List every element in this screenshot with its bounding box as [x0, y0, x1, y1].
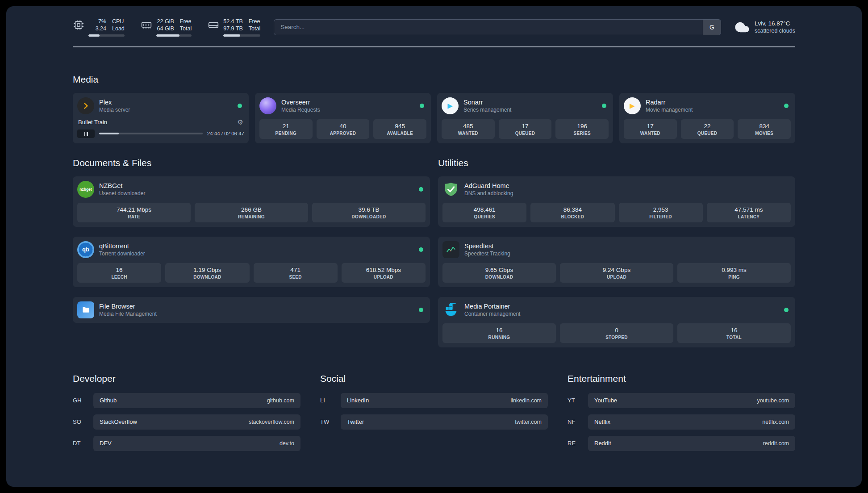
service-desc: Media server [99, 107, 130, 113]
status-dot [420, 104, 424, 108]
nzbget-icon-text: nzbget [79, 187, 92, 192]
bookmark-url: github.com [267, 397, 294, 404]
stat-box: 86,384 BLOCKED [530, 203, 614, 222]
nzbget-card[interactable]: nzbget NZBGet Usenet downloader 744.21 M… [73, 176, 430, 227]
stat-box: 744.21 Mbps RATE [77, 203, 191, 222]
service-desc: Media File Management [99, 311, 157, 317]
status-dot [419, 247, 423, 252]
status-dot [419, 187, 423, 192]
bookmark-stackoverflow[interactable]: SO StackOverflow stackoverflow.com [73, 414, 300, 430]
section-heading-entertainment: Entertainment [568, 373, 795, 384]
bookmark-url: stackoverflow.com [249, 419, 294, 425]
stat-box: 9.24 Gbps UPLOAD [560, 263, 673, 283]
search-provider-button[interactable]: G [703, 20, 721, 35]
memory-widget: 22 GiB 64 GiB Free Total [141, 18, 192, 37]
search-input[interactable] [274, 20, 703, 35]
dashboard-content: 7% 3.24 CPU Load [73, 6, 795, 469]
status-dot [602, 104, 606, 108]
bookmark-reddit[interactable]: RE Reddit reddit.com [568, 436, 795, 451]
service-desc: Speedtest Tracking [464, 251, 510, 257]
stat-box: 16 TOTAL [677, 323, 791, 343]
section-heading-documents: Documents & Files [73, 158, 430, 168]
bookmark-name: StackOverflow [100, 418, 137, 425]
stat-label: UPLOAD [343, 275, 424, 280]
pause-button[interactable] [77, 130, 95, 138]
plex-card[interactable]: Plex Media server Bullet Train [73, 93, 249, 143]
bookmark-linkedin[interactable]: LI LinkedIn linkedin.com [320, 393, 548, 408]
stat-box: 47.571 ms LATENCY [707, 203, 791, 222]
bookmark-url: dev.to [280, 440, 294, 447]
portainer-card[interactable]: Media Portainer Container management 16 … [438, 297, 795, 347]
stat-label: BLOCKED [532, 214, 613, 219]
bookmark-netflix[interactable]: NF Netflix netflix.com [568, 414, 795, 430]
bookmark-name: DEV [100, 440, 112, 447]
qbittorrent-icon: qb [77, 241, 94, 258]
stat-label: QUEUED [501, 131, 550, 136]
memory-free-value: 22 GiB [157, 18, 174, 25]
disk-icon [208, 19, 219, 31]
overseerr-card[interactable]: Overseerr Media Requests 21 PENDING 40 A… [255, 93, 431, 143]
bookmark-url: netflix.com [762, 419, 789, 425]
bookmark-name: Twitter [347, 418, 364, 425]
resource-widgets: 7% 3.24 CPU Load [73, 18, 260, 37]
radarr-card[interactable]: Radarr Movie management 17 WANTED 22 QUE… [619, 93, 795, 143]
radarr-icon [624, 97, 641, 114]
stat-label: STOPPED [562, 335, 672, 340]
bookmark-abbr: DT [73, 440, 93, 447]
portainer-icon [442, 301, 459, 318]
filebrowser-card[interactable]: File Browser Media File Management [73, 297, 430, 323]
qbittorrent-card[interactable]: qb qBittorrent Torrent downloader 16 [73, 237, 430, 287]
speedtest-card[interactable]: Speedtest Speedtest Tracking 9.65 Gbps D… [438, 237, 795, 287]
bookmark-abbr: SO [73, 418, 93, 425]
bookmark-github[interactable]: GH Github github.com [73, 393, 300, 408]
stat-label: AVAILABLE [375, 131, 425, 136]
middle-columns: Documents & Files nzbget NZBGet Usenet d… [73, 158, 795, 347]
stat-label: LEECH [79, 275, 159, 280]
topbar: 7% 3.24 CPU Load [73, 18, 795, 37]
disk-total-label: Total [249, 25, 260, 32]
bookmarks-group-entertainment: Entertainment YT YouTube youtube.com NF … [568, 373, 795, 451]
service-desc: Movie management [646, 107, 693, 113]
settings-gear-icon[interactable] [238, 119, 243, 125]
stat-box: 22 QUEUED [681, 119, 734, 139]
section-heading-social: Social [320, 373, 548, 384]
stat-box: 471 SEED [254, 263, 338, 283]
stat-box: 2,953 FILTERED [619, 203, 703, 222]
adguard-card[interactable]: AdGuard Home DNS and adblocking 498,461 … [438, 176, 795, 227]
bookmark-youtube[interactable]: YT YouTube youtube.com [568, 393, 795, 408]
bookmark-url: reddit.com [763, 440, 789, 447]
bookmark-dev[interactable]: DT DEV dev.to [73, 436, 300, 451]
playback-progress-fill [99, 133, 119, 134]
stat-label: WANTED [443, 131, 493, 136]
stat-value: 9.65 Gbps [444, 267, 554, 273]
stat-label: LATENCY [709, 214, 789, 219]
stat-box: 0 STOPPED [560, 323, 673, 343]
service-name: NZBGet [99, 182, 145, 189]
cpu-load-value: 3.24 [96, 25, 106, 32]
service-name: Speedtest [464, 242, 510, 250]
disk-usage-bar-fill [223, 34, 240, 37]
stat-label: SERIES [557, 131, 607, 136]
qbittorrent-icon-text: qb [82, 246, 89, 253]
sonarr-card[interactable]: Sonarr Series management 485 WANTED 17 Q… [437, 93, 613, 143]
stat-value: 47.571 ms [709, 206, 789, 213]
stat-box: 21 PENDING [259, 119, 313, 139]
weather-condition: scattered clouds [755, 28, 795, 34]
bookmark-abbr: YT [568, 397, 588, 404]
service-name: AdGuard Home [464, 182, 513, 189]
cloud-icon [734, 20, 750, 35]
media-section: Media Plex Media server [73, 74, 795, 143]
service-desc: Media Requests [281, 107, 320, 113]
cpu-usage-bar [88, 34, 125, 37]
service-desc: Container management [464, 311, 520, 317]
stat-label: PENDING [261, 131, 311, 136]
bookmark-twitter[interactable]: TW Twitter twitter.com [320, 414, 548, 430]
stat-label: REMAINING [196, 214, 306, 219]
stat-label: WANTED [626, 131, 675, 136]
weather-widget: Lviv, 16.87°C scattered clouds [734, 20, 795, 35]
stat-box: 1.19 Gbps DOWNLOAD [165, 263, 249, 283]
disk-widget: 52.4 TB 97.9 TB Free Total [208, 18, 260, 37]
service-name: Radarr [646, 99, 693, 106]
section-heading-utilities: Utilities [438, 158, 795, 168]
service-name: Media Portainer [464, 303, 520, 310]
